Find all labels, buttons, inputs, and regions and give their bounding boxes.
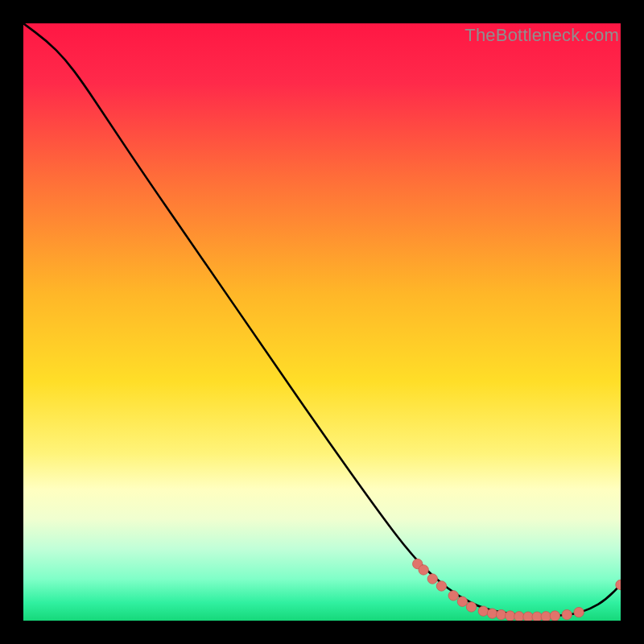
plot-area: TheBottleneck.com <box>23 23 621 621</box>
data-point <box>506 611 515 621</box>
data-point <box>541 612 551 621</box>
data-point <box>436 581 446 591</box>
data-point <box>419 565 428 575</box>
chart-frame: TheBottleneck.com <box>0 0 644 644</box>
data-point <box>487 609 497 618</box>
data-point <box>427 574 437 584</box>
data-point <box>550 611 559 621</box>
data-point <box>496 609 506 619</box>
data-point <box>562 609 572 619</box>
data-point <box>514 612 524 621</box>
curve-layer <box>23 23 621 621</box>
data-point <box>523 612 533 621</box>
data-point <box>466 602 476 612</box>
watermark-text: TheBottleneck.com <box>464 25 619 46</box>
bottleneck-curve <box>23 23 621 616</box>
data-point <box>448 591 458 601</box>
data-points <box>413 559 621 621</box>
data-point <box>574 607 584 617</box>
data-point <box>457 597 467 606</box>
data-point <box>478 606 488 616</box>
data-point <box>532 612 542 621</box>
